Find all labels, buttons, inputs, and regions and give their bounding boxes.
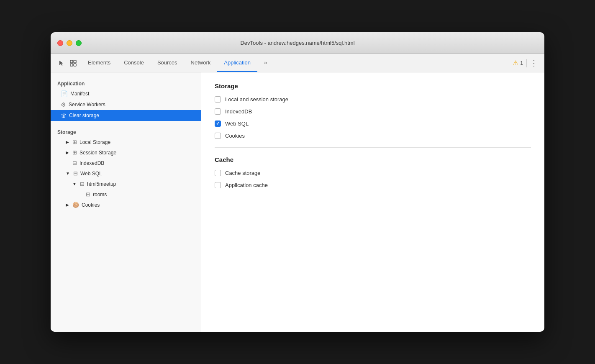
tab-application[interactable]: Application	[217, 54, 257, 72]
cache-section-title: Cache	[215, 156, 531, 163]
local-session-label[interactable]: Local and session storage	[225, 96, 288, 103]
warning-icon: ⚠	[513, 59, 518, 67]
app-cache-label[interactable]: Application cache	[225, 182, 268, 188]
toolbar-icons	[54, 54, 81, 72]
titlebar: DevTools - andrew.hedges.name/html5/sql.…	[51, 32, 544, 54]
sidebar-item-session-storage[interactable]: ▶ ⊞ Session Storage	[51, 147, 201, 158]
websql-label[interactable]: Web SQL	[225, 120, 249, 127]
toolbar-right: ⚠ 1 ⋮	[509, 59, 541, 68]
svg-rect-1	[74, 60, 76, 63]
close-button[interactable]	[57, 40, 63, 46]
sidebar-item-service-workers[interactable]: ⚙ Service Workers	[51, 99, 201, 110]
sidebar-item-cookies[interactable]: ▶ 🍪 Cookies	[51, 200, 201, 210]
indexeddb-label[interactable]: IndexedDB	[225, 108, 252, 115]
cache-storage-label[interactable]: Cache storage	[225, 170, 261, 176]
checkbox-websql: Web SQL	[215, 120, 531, 127]
db-icon: ⊟	[73, 170, 78, 177]
main-content: Storage Local and session storage Indexe…	[201, 72, 544, 332]
sidebar-item-clear-storage[interactable]: 🗑 Clear storage	[51, 110, 201, 121]
minimize-button[interactable]	[67, 40, 72, 46]
maximize-button[interactable]	[76, 40, 82, 46]
svg-rect-3	[74, 64, 76, 66]
tab-more[interactable]: »	[257, 54, 274, 72]
sidebar-item-local-storage[interactable]: ▶ ⊞ Local Storage	[51, 137, 201, 147]
table-icon: ⊞	[86, 191, 90, 197]
db-icon: ⊟	[80, 181, 85, 187]
cookie-icon: 🍪	[72, 202, 79, 208]
devtools-body: Application 📄 Manifest ⚙ Service Workers…	[51, 72, 544, 332]
sidebar-item-indexeddb[interactable]: ▶ ⊟ IndexedDB	[51, 158, 201, 168]
sidebar-item-web-sql[interactable]: ▼ ⊟ Web SQL	[51, 168, 201, 179]
checkbox-app-cache: Application cache	[215, 182, 531, 188]
websql-checkbox[interactable]	[215, 120, 221, 127]
checkbox-indexeddb: IndexedDB	[215, 108, 531, 115]
local-session-checkbox[interactable]	[215, 96, 221, 103]
trash-icon: 🗑	[61, 112, 67, 119]
cursor-icon[interactable]	[57, 59, 66, 67]
storage-section-title: Storage	[215, 82, 531, 90]
expand-arrow: ▶	[66, 140, 69, 144]
sidebar-item-html5meetup[interactable]: ▼ ⊟ html5meetup	[51, 179, 201, 189]
expand-arrow: ▶	[66, 150, 69, 155]
collapse-arrow: ▼	[72, 182, 77, 186]
manifest-icon: 📄	[61, 90, 68, 97]
toolbar: Elements Console Sources Network Applica…	[51, 54, 544, 72]
checkbox-local-session: Local and session storage	[215, 96, 531, 103]
svg-rect-2	[70, 64, 73, 66]
app-cache-checkbox[interactable]	[215, 182, 221, 188]
expand-arrow: ▶	[66, 203, 69, 207]
tab-elements[interactable]: Elements	[81, 54, 117, 72]
checkbox-cookies: Cookies	[215, 133, 531, 139]
inspect-icon[interactable]	[69, 59, 77, 67]
checkbox-cache-storage: Cache storage	[215, 170, 531, 176]
indexeddb-checkbox[interactable]	[215, 108, 221, 115]
tab-sources[interactable]: Sources	[151, 54, 184, 72]
gear-icon: ⚙	[61, 101, 66, 108]
more-options-icon[interactable]: ⋮	[530, 59, 538, 68]
warning-badge[interactable]: ⚠ 1	[513, 59, 523, 67]
cache-storage-checkbox[interactable]	[215, 170, 221, 176]
storage-section-title: Storage	[51, 126, 201, 137]
collapse-arrow: ▼	[66, 171, 70, 176]
app-section-title: Application	[51, 77, 201, 88]
cookies-checkbox[interactable]	[215, 133, 221, 139]
db-icon: ⊟	[72, 160, 77, 166]
window-title: DevTools - andrew.hedges.name/html5/sql.…	[240, 40, 354, 46]
sidebar-item-rooms[interactable]: ▶ ⊞ rooms	[51, 189, 201, 200]
tab-console[interactable]: Console	[117, 54, 151, 72]
devtools-window: DevTools - andrew.hedges.name/html5/sql.…	[51, 32, 544, 332]
section-divider	[215, 147, 531, 148]
tabs: Elements Console Sources Network Applica…	[81, 54, 509, 72]
table-icon: ⊞	[72, 149, 77, 156]
divider	[526, 59, 527, 67]
sidebar-item-manifest[interactable]: 📄 Manifest	[51, 88, 201, 99]
storage-section: Storage Local and session storage Indexe…	[215, 82, 531, 139]
cache-section: Cache Cache storage Application cache	[215, 156, 531, 188]
cookies-label[interactable]: Cookies	[225, 133, 245, 139]
traffic-lights	[57, 40, 82, 46]
svg-rect-0	[70, 60, 73, 63]
sidebar: Application 📄 Manifest ⚙ Service Workers…	[51, 72, 201, 332]
tab-network[interactable]: Network	[184, 54, 218, 72]
table-icon: ⊞	[72, 139, 77, 145]
